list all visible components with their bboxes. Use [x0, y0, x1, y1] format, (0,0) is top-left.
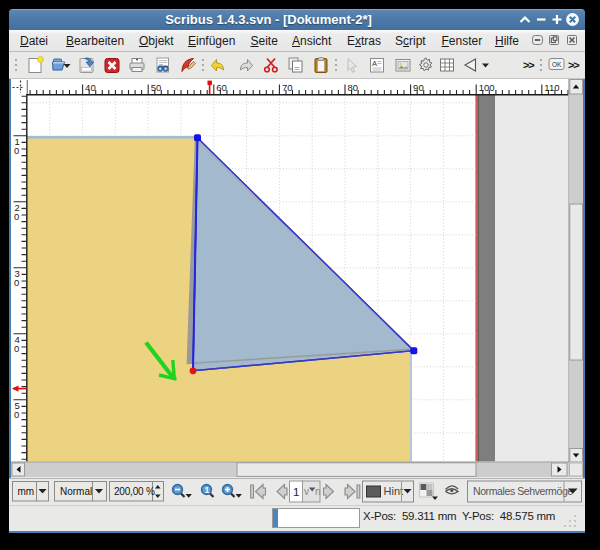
svg-text:80: 80: [348, 82, 359, 93]
svg-text:Normal: Normal: [60, 486, 92, 497]
svg-text:Hint: Hint: [384, 485, 404, 497]
svg-text:70: 70: [282, 82, 293, 93]
svg-text:0: 0: [14, 145, 19, 156]
svg-text:60: 60: [216, 82, 227, 93]
svg-text:40: 40: [85, 82, 96, 93]
svg-text:>>: >>: [568, 59, 579, 71]
svg-text:200,00 %: 200,00 %: [114, 486, 155, 497]
svg-text:90: 90: [413, 82, 424, 93]
svg-text:1: 1: [205, 485, 210, 495]
svg-text:n: n: [315, 486, 321, 497]
svg-text:v: v: [304, 486, 309, 497]
svg-text:OK: OK: [552, 61, 562, 68]
svg-text:110: 110: [544, 82, 559, 93]
svg-text:0: 0: [14, 409, 19, 420]
svg-text:1: 1: [293, 486, 299, 498]
svg-text:mm: mm: [18, 486, 35, 497]
svg-text:0: 0: [14, 343, 19, 354]
svg-text:>>: >>: [523, 59, 534, 71]
svg-text:Normales Sehvermöge: Normales Sehvermöge: [473, 485, 573, 497]
svg-text:0: 0: [14, 211, 19, 222]
svg-text:A: A: [372, 59, 377, 68]
svg-text:100: 100: [479, 82, 495, 93]
svg-text:50: 50: [151, 82, 162, 93]
svg-text:0: 0: [14, 277, 19, 288]
